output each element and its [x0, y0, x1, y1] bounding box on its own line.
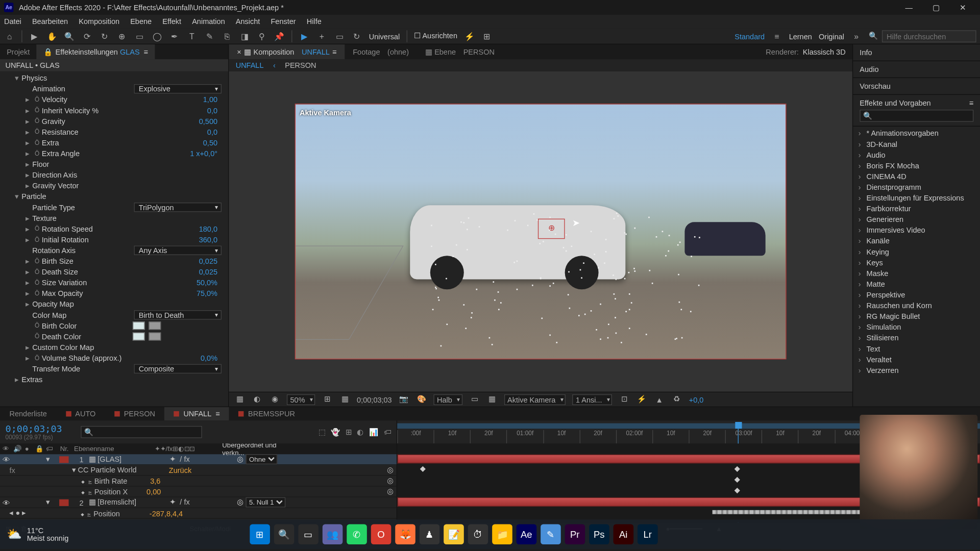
effect-category[interactable]: Verzerren — [853, 365, 980, 375]
snapshot-icon[interactable]: 📷 — [399, 395, 409, 404]
menu-ebene[interactable]: Ebene — [130, 17, 152, 26]
taskbar-app[interactable]: Ae — [517, 524, 537, 545]
resolution-dropdown[interactable]: Halb — [433, 394, 462, 405]
menu-effekt[interactable]: Effekt — [162, 17, 181, 26]
brush-tool-icon[interactable]: ✎ — [204, 31, 215, 41]
views-count-dropdown[interactable]: 1 Ansi... — [572, 394, 612, 405]
exposure-value[interactable]: +0,0 — [689, 395, 704, 404]
orbit-tool-icon[interactable]: ⟳ — [82, 31, 92, 41]
prop-row[interactable]: ◂ ● ▸⬥ ⊵ Position-287,8,4,4 — [0, 508, 397, 519]
safe-icon[interactable]: ⊞ — [322, 395, 333, 404]
weather-widget[interactable]: ⛅ 11°C Meist sonnig — [7, 526, 68, 542]
taskbar-app[interactable]: O — [371, 524, 391, 545]
timeline-search[interactable]: 🔍 — [81, 426, 202, 438]
eraser-tool-icon[interactable]: ◨ — [239, 31, 250, 41]
home-icon[interactable]: ⌂ — [4, 31, 15, 41]
color-icon[interactable]: 🎨 — [416, 395, 427, 404]
effect-controls-tab[interactable]: 🔒 Effekteinstellungen GLAS ≡ — [37, 44, 155, 59]
taskbar-app[interactable]: Pr — [565, 524, 585, 545]
transparency-icon[interactable]: ▦ — [486, 395, 497, 404]
effect-row[interactable]: fx▾ CC Particle WorldZurück◎ — [0, 465, 397, 475]
prop-row[interactable]: ⬥ ⊵ Position X0,00◎ — [0, 487, 397, 497]
effect-category[interactable]: CINEMA 4D — [853, 171, 980, 182]
prop-animation-dropdown[interactable]: Explosive — [134, 84, 221, 93]
color-swatch[interactable] — [133, 333, 145, 341]
alpha-icon[interactable]: ▦ — [234, 395, 245, 404]
menu-hilfe[interactable]: Hilfe — [307, 17, 322, 26]
tl-comp-icon[interactable]: ⬚ — [318, 428, 325, 436]
prop-value[interactable]: 75,0% — [197, 289, 217, 297]
menu-animation[interactable]: Animation — [192, 17, 225, 26]
effect-category[interactable]: Stilisieren — [853, 333, 980, 343]
taskbar-app[interactable]: 📁 — [492, 524, 512, 545]
effect-category[interactable]: 3D-Kanal — [853, 139, 980, 149]
effect-category[interactable]: Rauschen und Korn — [853, 300, 980, 311]
ruler-tick[interactable]: 10f — [543, 430, 579, 443]
ruler-tick[interactable]: 20f — [798, 430, 835, 443]
zoom-tool-icon[interactable]: 🔍 — [64, 31, 75, 41]
composition-viewer[interactable]: Aktive Kamera ➤ — [229, 71, 852, 392]
snap-checkbox[interactable]: ☐ Ausrichten — [414, 32, 457, 40]
effect-category[interactable]: Text — [853, 343, 980, 354]
taskbar-app[interactable]: 🔍 — [274, 524, 295, 545]
rotate-tool-icon[interactable]: ↻ — [99, 31, 110, 41]
ruler-tick[interactable]: 20f — [579, 430, 616, 443]
effect-category[interactable]: Audio — [853, 149, 980, 160]
magnet-icon[interactable]: ⚡ — [464, 31, 475, 41]
workspace-learn[interactable]: Lernen — [789, 32, 812, 40]
prop-value[interactable]: 1,00 — [203, 95, 217, 104]
box-icon[interactable]: ▭ — [334, 31, 345, 41]
renderer-info[interactable]: Renderer:Klassisch 3D — [766, 48, 852, 56]
workspace-more-icon[interactable]: » — [851, 31, 862, 41]
3d-icon[interactable]: ▲ — [654, 395, 665, 404]
prop-color-map-dropdown[interactable]: Birth to Death — [134, 310, 221, 319]
effect-gizmo[interactable] — [538, 219, 565, 239]
taskbar-app[interactable]: 📝 — [444, 524, 464, 545]
prop-value[interactable]: 0,0 — [207, 106, 217, 114]
effect-category[interactable]: Immersives Video — [853, 225, 980, 236]
taskbar-app[interactable]: ✎ — [541, 524, 561, 545]
tl-frame-blend-icon[interactable]: ⊞ — [346, 428, 352, 436]
workspace-menu-icon[interactable]: ≡ — [771, 31, 782, 41]
prop-particle-type-dropdown[interactable]: TriPolygon — [134, 203, 221, 212]
effect-category[interactable]: Farbkorrektur — [853, 203, 980, 214]
zoom-dropdown[interactable]: 50% — [287, 394, 315, 405]
taskbar-app[interactable]: ⏱ — [468, 524, 488, 545]
taskbar-app[interactable]: Lr — [638, 524, 658, 545]
project-tab[interactable]: Projekt — [0, 44, 37, 59]
anchor-tool-icon[interactable]: ⊕ — [116, 31, 127, 41]
ruler-tick[interactable]: 20f — [470, 430, 506, 443]
color-swatch[interactable] — [133, 321, 145, 330]
taskbar-app[interactable]: 🦊 — [395, 524, 415, 545]
workspace-original[interactable]: Original — [819, 32, 844, 40]
effect-category[interactable]: Boris FX Mocha — [853, 160, 980, 171]
ruler-tick[interactable]: :00f — [397, 430, 433, 443]
effect-category[interactable]: Matte — [853, 279, 980, 289]
ruler-tick[interactable]: 01:00f — [506, 430, 543, 443]
fast-icon[interactable]: ⚡ — [636, 395, 647, 404]
timeline-tab-unfall[interactable]: UNFALL ≡ — [164, 407, 229, 420]
stamp-tool-icon[interactable]: ⎘ — [222, 31, 232, 41]
effect-category[interactable]: * Animationsvorgaben — [853, 128, 980, 139]
menu-bearbeiten[interactable]: Bearbeiten — [32, 17, 68, 26]
comp-nav-unfall[interactable]: UNFALL — [236, 61, 264, 69]
taskbar-app[interactable]: ▭ — [298, 524, 318, 545]
grid-icon[interactable]: ⊞ — [481, 31, 492, 41]
taskbar-app[interactable]: ♟ — [420, 524, 440, 545]
taskbar-app[interactable]: Ps — [589, 524, 609, 545]
menu-komposition[interactable]: Komposition — [79, 17, 119, 26]
ruler-tick[interactable]: 20f — [689, 430, 725, 443]
taskbar-app[interactable]: 👥 — [323, 524, 343, 545]
tl-marker-icon[interactable]: 🏷 — [384, 428, 391, 436]
timeline-tab-person[interactable]: PERSON — [105, 407, 165, 420]
menu-fenster[interactable]: Fenster — [271, 17, 296, 26]
ruler-tick[interactable]: 10f — [434, 430, 470, 443]
channel-icon[interactable]: ◉ — [270, 395, 280, 404]
ruler-tick[interactable]: 10f — [762, 430, 798, 443]
audio-panel-header[interactable]: Audio — [853, 61, 980, 78]
close-button[interactable]: ✕ — [949, 3, 976, 12]
effect-category[interactable]: Kanäle — [853, 236, 980, 246]
selection-tool-icon[interactable]: ▶ — [29, 31, 40, 41]
draft-icon[interactable]: ♻ — [671, 395, 682, 404]
prop-rotation-axis-dropdown[interactable]: Any Axis — [134, 245, 221, 255]
